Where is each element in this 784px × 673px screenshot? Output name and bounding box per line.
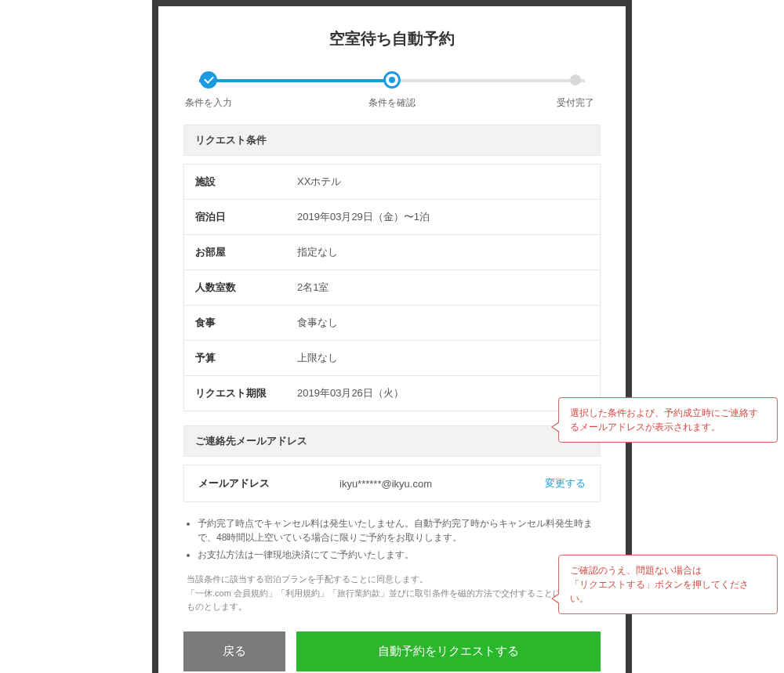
step-2-label: 条件を確認 [368,96,416,110]
modal-content: 空室待ち自動予約 条件を入力 条件を確認 受付完了 [158,6,626,673]
row-label-budget: 予算 [195,351,297,365]
pending-step-icon [570,74,581,85]
agreement-line-1: 当該条件に該当する宿泊プランを手配することに同意します。 [187,573,601,587]
table-row: リクエスト期限 2019年03月26日（火） [184,376,600,411]
row-label-deadline: リクエスト期限 [195,386,297,400]
step-3: 受付完了 [544,71,607,110]
step-1-label: 条件を入力 [185,96,232,110]
back-button[interactable]: 戻る [183,631,285,671]
callout-submit-line1: ご確認のうえ、問題ない場合は [570,565,702,576]
row-value-room: 指定なし [297,245,589,259]
row-label-meal: 食事 [195,316,297,330]
table-row: 食事 食事なし [184,306,600,341]
row-label-room: お部屋 [195,245,297,259]
callout-submit-line2: 「リクエストする」ボタンを押してください。 [570,579,749,604]
row-value-budget: 上限なし [297,351,589,365]
progress-bar: 条件を入力 条件を確認 受付完了 [199,71,585,110]
agreement-line-2: 「一休.com 会員規約」「利用規約」「旅行業約款」並びに取引条件を磁的方法で交… [187,587,601,614]
row-value-meal: 食事なし [297,316,589,330]
callout-submit: ご確認のうえ、問題ない場合は 「リクエストする」ボタンを押してください。 [558,555,778,614]
button-row: 戻る 自動予約をリクエストする [183,631,601,671]
email-box: メールアドレス ikyu******@ikyu.com 変更する [183,465,601,502]
notes-list: 予約完了時点でキャンセル料は発生いたしません。自動予約完了時からキャンセル料発生… [183,516,601,562]
agreement-text: 当該条件に該当する宿泊プランを手配することに同意します。 「一休.com 会員規… [183,573,601,614]
row-value-deadline: 2019年03月26日（火） [297,386,589,400]
request-conditions-header: リクエスト条件 [183,125,601,156]
current-step-icon [383,71,401,89]
request-conditions-table: 施設 XXホテル 宿泊日 2019年03月29日（金）〜1泊 お部屋 指定なし … [183,164,601,411]
row-value-facility: XXホテル [297,175,589,189]
step-1: 条件を入力 [177,71,240,110]
page-title: 空室待ち自動予約 [183,28,601,49]
row-label-date: 宿泊日 [195,210,297,224]
table-row: 宿泊日 2019年03月29日（金）〜1泊 [184,200,600,235]
row-label-facility: 施設 [195,175,297,189]
note-item: お支払方法は一律現地決済にてご予約いたします。 [198,548,601,562]
row-label-persons: 人数室数 [195,280,297,295]
table-row: お部屋 指定なし [184,235,600,270]
row-value-date: 2019年03月29日（金）〜1泊 [297,210,589,224]
callout-email-text: 選択した条件および、予約成立時にご連絡するメールアドレスが表示されます。 [570,407,758,432]
change-email-link[interactable]: 変更する [545,476,586,490]
step-2: 条件を確認 [361,71,423,110]
table-row: 人数室数 2名1室 [184,270,600,306]
row-value-persons: 2名1室 [297,280,589,295]
contact-email-header: ご連絡先メールアドレス [183,425,601,457]
submit-request-button[interactable]: 自動予約をリクエストする [296,631,601,671]
step-3-label: 受付完了 [557,96,594,110]
callout-email: 選択した条件および、予約成立時にご連絡するメールアドレスが表示されます。 [558,397,778,443]
table-row: 予算 上限なし [184,341,600,376]
email-value: ikyu******@ikyu.com [324,478,545,490]
note-item: 予約完了時点でキャンセル料は発生いたしません。自動予約完了時からキャンセル料発生… [198,516,601,545]
table-row: 施設 XXホテル [184,165,600,200]
email-label: メールアドレス [198,476,324,490]
check-icon [200,71,217,89]
modal-frame: 空室待ち自動予約 条件を入力 条件を確認 受付完了 [152,0,632,673]
